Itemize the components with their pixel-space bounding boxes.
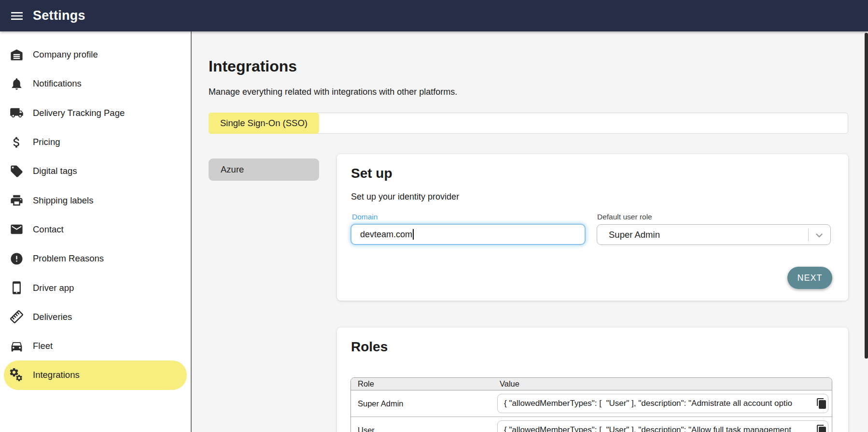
tab-single-sign-on[interactable]: Single Sign-On (SSO)	[209, 113, 319, 134]
sidebar-item-label: Shipping labels	[33, 195, 93, 206]
roles-title: Roles	[351, 339, 388, 355]
sidebar-item-company-profile[interactable]: Company profile	[4, 40, 187, 69]
roles-card: Roles Role Value Super Admin { "allowedM…	[337, 328, 848, 432]
select-divider	[808, 229, 809, 241]
printer-icon	[10, 193, 24, 207]
app-bar: Settings	[0, 0, 868, 31]
hamburger-menu-icon[interactable]	[9, 8, 25, 24]
sidebar-item-label: Delivery Tracking Page	[33, 108, 125, 118]
roles-table-header: Role Value	[351, 378, 832, 390]
sidebar-item-driver-app[interactable]: Driver app	[4, 273, 187, 302]
sidebar-item-label: Driver app	[33, 283, 74, 293]
role-name: User	[358, 417, 375, 432]
truck-icon	[10, 106, 24, 120]
sidebar-item-label: Fleet	[33, 341, 53, 351]
text-caret	[413, 229, 414, 240]
chevron-down-icon	[812, 229, 826, 242]
default-user-role-value: Super Admin	[609, 230, 660, 240]
warehouse-icon	[10, 48, 24, 62]
sidebar-item-label: Contact	[33, 224, 64, 235]
sidebar-item-contact[interactable]: Contact	[4, 215, 187, 244]
tag-icon	[10, 164, 24, 178]
domain-input[interactable]: devteam.com	[350, 224, 586, 245]
role-value-input[interactable]: { "allowedMemberTypes": [ "User" ], "des…	[497, 420, 828, 432]
smartphone-icon	[10, 281, 24, 295]
copy-icon[interactable]	[816, 398, 827, 409]
sidebar-item-label: Company profile	[33, 49, 98, 60]
error-icon	[10, 252, 24, 266]
roles-table: Role Value Super Admin { "allowedMemberT…	[350, 377, 832, 432]
domain-input-value: devteam.com	[360, 230, 412, 240]
sidebar-item-pricing[interactable]: Pricing	[4, 128, 187, 157]
provider-button-azure[interactable]: Azure	[209, 158, 319, 181]
column-header-value: Value	[500, 379, 519, 389]
setup-title: Set up	[351, 166, 392, 181]
vertical-scrollbar[interactable]	[865, 33, 868, 359]
sidebar-item-label: Integrations	[33, 370, 80, 380]
sidebar-item-label: Notifications	[33, 78, 82, 89]
sidebar-item-delivery-tracking-page[interactable]: Delivery Tracking Page	[4, 99, 187, 128]
sidebar: Company profile Notifications Delivery T…	[0, 31, 192, 432]
sidebar-item-label: Deliveries	[33, 312, 72, 322]
page-title: Integrations	[209, 58, 297, 75]
domain-label: Domain	[352, 213, 378, 221]
dollar-icon	[10, 135, 24, 149]
role-name: Super Admin	[358, 390, 403, 417]
table-row-user: User { "allowedMemberTypes": [ "User" ],…	[351, 417, 832, 432]
sidebar-item-label: Pricing	[33, 137, 60, 147]
gears-icon	[10, 368, 24, 382]
table-row-super-admin: Super Admin { "allowedMemberTypes": [ "U…	[351, 390, 832, 417]
default-user-role-label: Default user role	[597, 213, 652, 221]
column-header-role: Role	[358, 379, 374, 389]
car-icon	[10, 339, 24, 353]
page-subtitle: Manage everything related with integrati…	[209, 87, 457, 97]
copy-icon[interactable]	[816, 424, 827, 432]
sidebar-item-deliveries[interactable]: Deliveries	[4, 302, 187, 331]
default-user-role-select[interactable]: Super Admin	[597, 224, 831, 245]
sidebar-item-notifications[interactable]: Notifications	[4, 69, 187, 98]
sidebar-item-fleet[interactable]: Fleet	[4, 331, 187, 360]
sidebar-item-label: Problem Reasons	[33, 253, 104, 264]
bell-icon	[10, 77, 24, 91]
setup-card: Set up Set up your identity provider Dom…	[337, 154, 848, 301]
sidebar-item-shipping-labels[interactable]: Shipping labels	[4, 186, 187, 215]
ruler-icon	[10, 310, 24, 324]
sidebar-item-problem-reasons[interactable]: Problem Reasons	[4, 244, 187, 273]
sidebar-item-integrations[interactable]: Integrations	[4, 360, 187, 389]
setup-subtitle: Set up your identity provider	[351, 192, 459, 202]
sidebar-item-label: Digital tags	[33, 166, 77, 176]
next-button[interactable]: NEXT	[787, 267, 832, 289]
tab-strip: Single Sign-On (SSO)	[209, 113, 848, 134]
role-value-input[interactable]: { "allowedMemberTypes": [ "User" ], "des…	[497, 394, 828, 413]
envelope-icon	[10, 222, 24, 236]
app-title: Settings	[33, 8, 85, 23]
sidebar-item-digital-tags[interactable]: Digital tags	[4, 157, 187, 186]
